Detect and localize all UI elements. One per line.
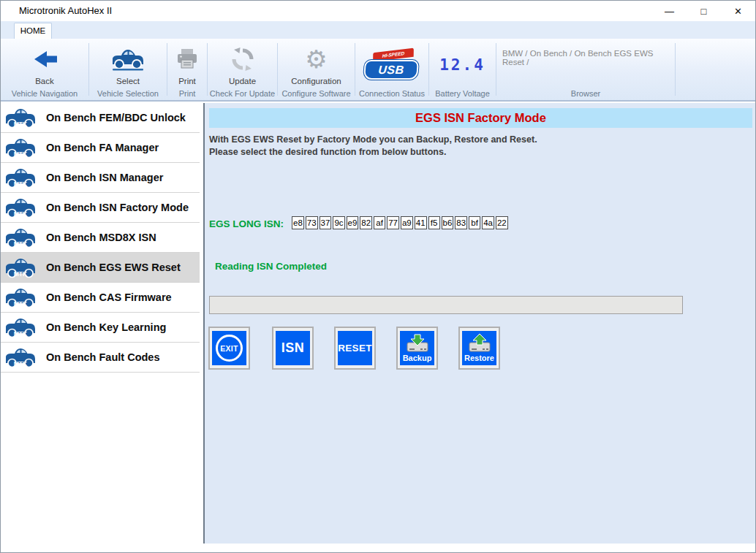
group-separator	[675, 43, 676, 96]
restore-button-label: Restore	[464, 354, 494, 362]
page-title-band: EGS ISN Factory Mode	[209, 108, 752, 128]
main-panel: EGS ISN Factory Mode With EGS EWS Reset …	[205, 103, 755, 544]
mtk-car-icon: MTK	[5, 107, 36, 129]
usb-logo-text: USB	[363, 60, 419, 80]
configuration-button[interactable]: ⚙ Configuration	[278, 42, 355, 85]
sidebar-item[interactable]: MTK On Bench FEM/BDC Unlock	[1, 103, 200, 133]
window-controls: — □ ✕	[652, 1, 755, 21]
sidebar-item[interactable]: MTK On Bench Fault Codes	[1, 343, 200, 373]
mtk-car-icon: MTK	[5, 167, 36, 188]
svg-text:MTK: MTK	[14, 240, 28, 248]
exit-button[interactable]: EXIT	[208, 327, 250, 370]
group-label: Check For Update	[208, 89, 277, 98]
battery-voltage-display: 12.4	[439, 56, 485, 74]
ribbon-group-configure-software: ⚙ Configuration Configure Software	[278, 39, 355, 100]
vehicle-select-icon	[111, 47, 145, 72]
update-refresh-icon	[230, 47, 255, 72]
gear-icon: ⚙	[305, 47, 327, 72]
ribbon-tab-row: HOME	[1, 21, 755, 39]
svg-text:MTK: MTK	[14, 300, 28, 308]
minimize-button[interactable]: —	[652, 1, 687, 21]
ribbon-group-vehicle-navigation: Back Vehicle Navigation	[1, 39, 88, 100]
ribbon: Back Vehicle Navigation Select	[1, 39, 755, 102]
isn-byte-box: 73	[306, 216, 318, 229]
svg-text:MTK: MTK	[14, 270, 28, 278]
exit-icon: EXIT	[216, 335, 243, 362]
select-button-label: Select	[89, 77, 167, 85]
ribbon-group-vehicle-selection: Select Vehicle Selection	[89, 39, 167, 100]
sidebar-item[interactable]: MTK On Bench ISN Factory Mode	[1, 193, 200, 223]
description-line-2: Please select the desired function from …	[209, 146, 537, 159]
maximize-button[interactable]: □	[687, 1, 721, 21]
svg-text:MTK: MTK	[14, 180, 28, 188]
isn-byte-box: 82	[360, 216, 372, 229]
mtk-car-icon: MTK	[5, 197, 36, 218]
backup-button-label: Backup	[403, 354, 432, 362]
restore-drive-icon	[467, 334, 492, 356]
update-button-label: Update	[208, 77, 277, 85]
mtk-car-icon: MTK	[5, 137, 36, 159]
description-text: With EGS EWS Reset by Factory Mode you c…	[209, 134, 537, 158]
ribbon-group-check-for-update: Update Check For Update	[208, 39, 277, 100]
update-button[interactable]: Update	[208, 42, 277, 85]
configuration-button-label: Configuration	[278, 77, 355, 85]
sidebar-item-label: On Bench FA Manager	[46, 142, 159, 153]
sidebar-item-label: On Bench ISN Factory Mode	[46, 202, 189, 213]
isn-byte-box: a9	[401, 216, 413, 229]
svg-text:MTK: MTK	[14, 360, 28, 367]
isn-byte-box: f5	[428, 216, 440, 229]
window-title: Microtronik AutoHex II	[19, 5, 112, 16]
group-label: Configure Software	[278, 89, 355, 98]
sidebar-item-label: On Bench Fault Codes	[46, 351, 160, 363]
sidebar-item[interactable]: MTK On Bench Key Learning	[1, 313, 200, 343]
status-message: Reading ISN Completed	[215, 261, 327, 272]
isn-byte-box: 9c	[333, 216, 344, 229]
mtk-car-icon: MTK	[5, 316, 36, 338]
reset-button[interactable]: RESET	[334, 327, 376, 370]
svg-text:MTK: MTK	[14, 121, 28, 128]
tab-home[interactable]: HOME	[14, 23, 52, 39]
ribbon-group-connection-status: HI-SPEED USB Connection Status	[355, 39, 428, 100]
page-title: EGS ISN Factory Mode	[415, 111, 546, 125]
title-bar: Microtronik AutoHex II — □ ✕	[1, 1, 755, 21]
usb-hispeed-icon: HI-SPEED USB	[363, 50, 421, 80]
sidebar-list: MTK On Bench FEM/BDC Unlock MTK On Bench…	[1, 103, 203, 544]
sidebar-item-label: On Bench CAS Firmware	[46, 291, 172, 303]
isn-bytes: e873379ce982af77a941f5b683bf4a22	[292, 216, 510, 229]
svg-text:MTK: MTK	[14, 150, 28, 158]
sidebar-item-label: On Bench FEM/BDC Unlock	[46, 112, 186, 123]
sidebar-item[interactable]: MTK On Bench EGS EWS Reset	[1, 253, 200, 283]
isn-button[interactable]: ISN	[272, 327, 314, 370]
egs-long-isn-label: EGS LONG ISN:	[209, 218, 284, 229]
sidebar-item[interactable]: MTK On Bench ISN Manager	[1, 163, 200, 193]
close-button[interactable]: ✕	[721, 1, 755, 21]
group-label: Connection Status	[355, 89, 428, 98]
group-label: Vehicle Selection	[89, 89, 167, 98]
isn-byte-box: 77	[387, 216, 399, 229]
group-label: Print	[167, 89, 207, 98]
app-window: Microtronik AutoHex II — □ ✕ HOME	[0, 0, 756, 553]
breadcrumb[interactable]: BMW / On Bench / On Bench EGS EWS Reset …	[502, 49, 672, 66]
backup-button[interactable]: Backup	[396, 327, 438, 370]
ribbon-group-battery-voltage: 12.4 Battery Voltage	[429, 39, 496, 100]
svg-text:MTK: MTK	[14, 330, 28, 337]
select-vehicle-button[interactable]: Select	[89, 42, 167, 85]
isn-byte-box: 4a	[482, 216, 494, 229]
back-button[interactable]: Back	[1, 42, 88, 85]
isn-byte-box: 83	[455, 216, 467, 229]
back-arrow-icon	[29, 47, 60, 71]
backup-drive-icon	[405, 334, 430, 356]
isn-byte-box: af	[374, 216, 385, 229]
progress-bar	[209, 296, 683, 314]
mtk-car-icon: MTK	[5, 346, 36, 368]
sidebar-item[interactable]: MTK On Bench MSD8X ISN	[1, 223, 200, 253]
sidebar-item[interactable]: MTK On Bench CAS Firmware	[1, 283, 200, 313]
isn-byte-box: 41	[415, 216, 427, 229]
sidebar-item[interactable]: MTK On Bench FA Manager	[1, 133, 200, 163]
isn-byte-box: e8	[292, 216, 304, 229]
print-button[interactable]: Print	[167, 42, 207, 85]
restore-button[interactable]: Restore	[458, 327, 500, 370]
mtk-car-icon: MTK	[5, 256, 36, 278]
isn-button-label: ISN	[281, 340, 305, 356]
back-button-label: Back	[1, 77, 88, 85]
